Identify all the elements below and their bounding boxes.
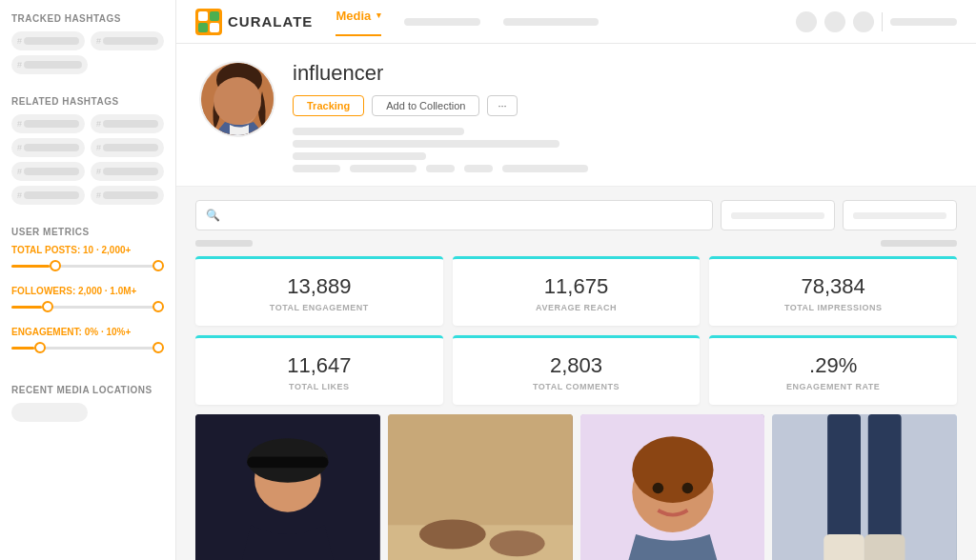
followers-metric: FOLLOWERS: 2,000 · 1.0M+ [11,286,164,313]
photo-grid [195,414,957,560]
hashtag-pill[interactable] [91,138,164,157]
stat-value-total-likes: 11,647 [209,353,430,378]
stat-label-average-reach: AVERAGE REACH [466,303,687,312]
nav-media-link[interactable]: Media ▾ [336,9,381,36]
stat-card-total-engagement: 13,889 TOTAL ENGAGEMENT [195,256,443,326]
svg-point-20 [632,436,713,503]
svg-rect-1 [198,11,208,21]
hashtag-pill[interactable] [11,31,85,50]
hashtag-pill[interactable] [91,162,164,181]
total-posts-label: TOTAL POSTS: 10 · 2,000+ [11,245,164,255]
search-input-wrap[interactable]: 🔍 [195,200,713,230]
svg-point-21 [652,483,663,494]
stat-card-average-reach: 11,675 AVERAGE REACH [453,256,701,326]
total-posts-metric: TOTAL POSTS: 10 · 2,000+ [11,245,164,272]
filter-placeholder-1 [731,212,824,219]
related-row-1 [11,114,164,133]
user-avatar-icon[interactable] [796,11,817,32]
more-options-button[interactable]: ··· [487,95,517,116]
related-hashtags-section: RELATED HASHTAGS [11,96,164,210]
search-row: 🔍 [195,200,957,230]
stat-label-total-likes: TOTAL LIKES [209,382,430,391]
stat-card-total-impressions: 78,384 TOTAL IMPRESSIONS [709,256,957,326]
filter-box-2[interactable] [843,200,957,230]
svg-rect-26 [824,534,865,560]
search-icon: 🔍 [206,209,220,222]
photo-thumb-1[interactable] [195,414,380,560]
sort-options[interactable] [881,240,957,247]
meta-dot-1 [293,165,340,172]
svg-rect-24 [827,414,861,544]
related-hashtags-title: RELATED HASHTAGS [11,96,164,107]
followers-slider[interactable] [11,300,164,313]
photo-thumb-4[interactable] [772,414,957,560]
related-row-2 [11,138,164,157]
content-area: 🔍 13,889 TOTAL ENGAGEMENT 11,675 AVERAGE… [176,187,976,560]
recent-location-pill[interactable] [11,403,88,422]
nav-right-actions [796,11,957,32]
tracked-hashtags-title: TRACKED HASHTAGS [11,13,164,24]
stat-value-total-comments: 2,803 [466,353,687,378]
hashtag-pill[interactable] [91,114,164,133]
user-metrics-section: USER METRICS TOTAL POSTS: 10 · 2,000+ FO… [11,227,164,368]
meta-dot-4 [464,165,493,172]
profile-meta [293,128,953,172]
total-posts-slider[interactable] [11,259,164,272]
meta-row-1 [293,165,953,172]
svg-point-6 [216,63,262,97]
add-to-collection-button[interactable]: Add to Collection [372,95,479,116]
main-content: CURALATE Media ▾ [176,0,976,560]
meta-dot-2 [350,165,417,172]
user-metrics-title: USER METRICS [11,227,164,237]
filter-box-1[interactable] [721,200,835,230]
nav-divider [882,12,883,31]
tracking-button[interactable]: Tracking [293,95,364,116]
logo-text: CURALATE [228,13,313,30]
profile-photo [201,63,274,135]
svg-rect-3 [198,23,208,32]
profile-avatar [199,61,275,137]
recent-media-section: RECENT MEDIA LOCATIONS [11,385,164,422]
stat-value-engagement-rate: .29% [722,353,944,378]
hashtag-pill[interactable] [91,186,164,205]
notification-icon[interactable] [824,11,845,32]
nav-account-name [890,18,957,26]
media-chevron-icon: ▾ [376,10,381,20]
profile-info: influencer Tracking Add to Collection ··… [293,61,953,172]
nav-placeholder-1 [404,18,480,26]
svg-point-7 [220,85,258,127]
stat-label-total-engagement: TOTAL ENGAGEMENT [209,303,430,312]
svg-rect-27 [864,534,905,560]
hashtag-pill[interactable] [91,31,164,50]
curalate-logo-icon [195,9,222,35]
stat-value-total-impressions: 78,384 [722,274,944,299]
meta-dot-3 [426,165,455,172]
profile-name: influencer [293,61,953,86]
recent-media-title: RECENT MEDIA LOCATIONS [11,385,164,395]
tracked-hashtags-section: TRACKED HASHTAGS [11,13,164,79]
hashtag-pill[interactable] [11,114,85,133]
stat-value-total-engagement: 13,889 [209,274,430,299]
settings-icon[interactable] [853,11,874,32]
svg-point-17 [489,530,544,556]
hashtag-row-2 [11,55,164,74]
stat-card-total-comments: 2,803 TOTAL COMMENTS [453,335,701,405]
meta-dot-5 [502,165,588,172]
photo-thumb-2[interactable] [388,414,573,560]
hashtag-pill[interactable] [11,138,85,157]
hashtag-pill[interactable] [11,186,85,205]
followers-label: FOLLOWERS: 2,000 · 1.0M+ [11,286,164,296]
engagement-slider[interactable] [11,341,164,354]
stat-label-engagement-rate: ENGAGEMENT RATE [722,382,944,391]
svg-point-8 [229,98,234,105]
svg-point-9 [244,98,250,105]
hashtag-pill[interactable] [11,55,88,74]
profile-area: influencer Tracking Add to Collection ··… [176,44,976,187]
sidebar: TRACKED HASHTAGS RELATED HASHTAGS USER M… [0,0,176,560]
stat-value-average-reach: 11,675 [466,274,687,299]
nav-placeholder-2 [503,18,599,26]
photo-thumb-3[interactable] [580,414,765,560]
hashtag-row-1 [11,31,164,50]
hashtag-pill[interactable] [11,162,85,181]
profile-actions: Tracking Add to Collection ··· [293,95,953,116]
